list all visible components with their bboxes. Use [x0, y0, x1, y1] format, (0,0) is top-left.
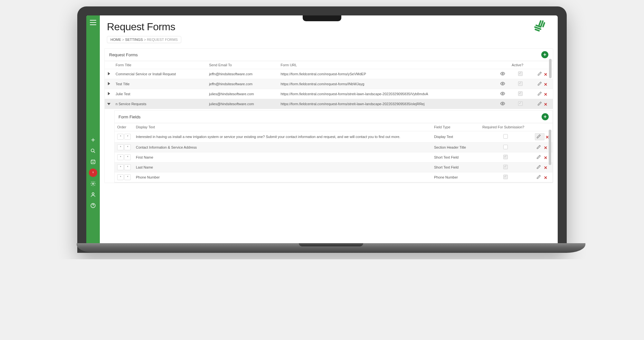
scrollbar-thumb[interactable] [549, 59, 552, 78]
expand-icon[interactable] [108, 92, 110, 95]
svg-point-12 [502, 83, 503, 84]
delete-button[interactable]: ✕ [544, 72, 547, 77]
form-email-cell: julies@hindsitesoftware.com [206, 89, 278, 99]
edit-button[interactable] [536, 134, 543, 139]
alert-icon[interactable] [89, 169, 97, 177]
edit-button[interactable] [536, 156, 543, 160]
settings-gear-icon[interactable] [89, 179, 97, 188]
field-type-cell: Phone Number [431, 172, 480, 182]
edit-button[interactable] [537, 103, 544, 106]
form-title-cell: Test Title [113, 79, 206, 89]
form-email-cell: jeffn@hindsitesoftware.com [206, 69, 278, 79]
field-display-text: First Name [133, 152, 431, 162]
svg-point-2 [92, 183, 94, 185]
table-row: n Service Requestsjulies@hindsitesoftwar… [105, 99, 553, 109]
collapse-icon[interactable] [107, 103, 110, 105]
form-url-cell: https://form.fieldcentral.com/request-fo… [278, 69, 496, 79]
table-row: ˄˅First NameShort Text Field ✕ [115, 152, 553, 162]
table-row: ˄˅Interested in having us install a new … [115, 131, 553, 142]
move-down-button[interactable]: ˅ [124, 164, 131, 170]
delete-button[interactable]: ✕ [544, 175, 547, 180]
edit-button[interactable] [536, 146, 543, 150]
form-fields-panel: Form Fields + OrderDisplay TextField Typ… [114, 110, 553, 183]
form-title-cell: Julie Test [113, 89, 206, 99]
move-down-button[interactable]: ˅ [124, 144, 131, 150]
svg-point-14 [502, 103, 503, 104]
add-icon[interactable] [89, 136, 97, 144]
svg-point-3 [92, 193, 94, 195]
move-up-button[interactable]: ˄ [117, 154, 124, 160]
delete-button[interactable]: ✕ [544, 102, 547, 107]
panel-title: Request Forms [109, 52, 138, 57]
required-checkbox[interactable] [503, 134, 508, 139]
panel-title: Form Fields [118, 115, 141, 119]
move-up-button[interactable]: ˄ [117, 144, 124, 150]
move-up-button[interactable]: ˄ [117, 164, 124, 170]
user-icon[interactable] [89, 190, 97, 199]
field-type-cell: Section Header Title [431, 142, 480, 152]
sidebar [86, 15, 100, 244]
breadcrumb: HOME > SETTINGS > REQUEST FORMS [107, 36, 181, 43]
required-checkbox[interactable] [503, 155, 508, 159]
delete-button[interactable]: ✕ [544, 165, 547, 170]
active-checkbox[interactable] [518, 81, 523, 86]
search-icon[interactable] [89, 147, 97, 155]
app-logo-icon [534, 19, 549, 34]
preview-icon[interactable] [500, 103, 505, 107]
expand-icon[interactable] [108, 82, 110, 85]
form-url-cell: https://form.fieldcentral.com/request-fo… [278, 99, 496, 109]
help-icon[interactable] [89, 201, 97, 210]
active-checkbox[interactable] [518, 101, 523, 106]
required-checkbox[interactable] [503, 145, 508, 149]
edit-button[interactable] [537, 93, 544, 96]
active-checkbox[interactable] [518, 71, 523, 76]
svg-point-11 [502, 73, 503, 74]
field-display-text: Contact Information & Service Address [133, 142, 431, 152]
menu-toggle-icon[interactable] [90, 20, 96, 25]
edit-button[interactable] [536, 176, 543, 180]
breadcrumb-home[interactable]: HOME [110, 38, 121, 41]
field-display-text: Phone Number [133, 172, 431, 182]
table-row: Julie Testjulies@hindsitesoftware.comhtt… [105, 89, 553, 99]
preview-icon[interactable] [500, 93, 505, 97]
preview-icon[interactable] [500, 83, 505, 87]
required-checkbox[interactable] [503, 165, 508, 169]
add-form-button[interactable]: + [541, 51, 548, 58]
expand-icon[interactable] [108, 72, 110, 75]
breadcrumb-current: REQUEST FORMS [147, 38, 178, 41]
breadcrumb-settings[interactable]: SETTINGS [125, 38, 143, 41]
form-title-cell: Commercial Service or Install Request [113, 69, 206, 79]
move-up-button[interactable]: ˄ [117, 174, 124, 180]
required-checkbox[interactable] [503, 175, 508, 179]
form-title-cell: n Service Requests [113, 99, 206, 109]
table-row: Commercial Service or Install Requestjef… [105, 69, 553, 79]
field-display-text: Last Name [133, 162, 431, 172]
edit-button[interactable] [537, 73, 544, 77]
move-up-button[interactable]: ˄ [117, 134, 124, 140]
form-email-cell: julies@hindsitesoftware.com [206, 99, 278, 109]
form-url-cell: https://form.fieldcentral.com/request-fo… [278, 89, 496, 99]
delete-button[interactable]: ✕ [544, 145, 547, 150]
delete-button[interactable]: ✕ [544, 155, 547, 160]
delete-button[interactable]: ✕ [544, 82, 547, 87]
page-title: Request Forms [107, 21, 175, 33]
table-row: ˄˅Phone NumberPhone Number ✕ [115, 172, 553, 182]
request-forms-panel: Request Forms + Form TitleSend Email ToF… [104, 48, 553, 183]
field-type-cell: Short Text Field [431, 152, 480, 162]
table-row: ˄˅Contact Information & Service AddressS… [115, 142, 553, 152]
field-type-cell: Display Text [431, 131, 480, 142]
move-down-button[interactable]: ˅ [124, 134, 131, 140]
edit-button[interactable] [537, 83, 544, 87]
edit-button[interactable] [536, 166, 543, 170]
delete-button[interactable]: ✕ [544, 92, 547, 97]
table-row: Test Titlejeffn@hindsitesoftware.comhttp… [105, 79, 553, 89]
field-display-text: Interested in having us install a new ir… [133, 131, 431, 142]
preview-icon[interactable] [500, 73, 505, 77]
active-checkbox[interactable] [518, 91, 523, 96]
svg-point-0 [91, 149, 94, 152]
calendar-add-icon[interactable] [89, 158, 97, 166]
move-down-button[interactable]: ˅ [124, 174, 131, 180]
svg-point-13 [502, 93, 503, 94]
add-field-button[interactable]: + [542, 113, 549, 120]
move-down-button[interactable]: ˅ [124, 154, 131, 160]
